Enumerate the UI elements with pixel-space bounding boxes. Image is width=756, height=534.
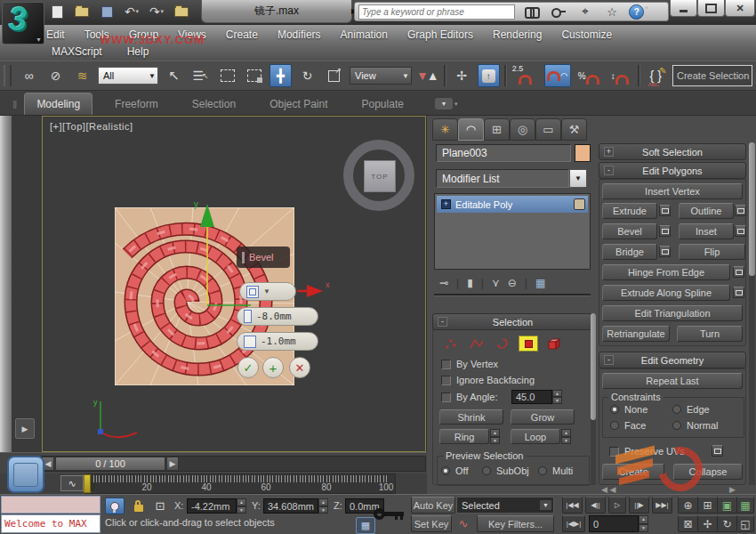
auto-key-button[interactable]: Auto Key [411, 497, 455, 514]
loop-button[interactable]: Loop [511, 429, 560, 444]
ribbon-tab-object-paint[interactable]: Object Paint [258, 93, 339, 115]
track-bar-ruler[interactable]: 0 20 40 60 80 100 [84, 473, 396, 494]
set-key-button[interactable]: Set Key [411, 515, 452, 532]
set-keys-key-icon[interactable] [374, 502, 409, 527]
play-button[interactable]: ▷ [608, 497, 626, 514]
viewport-layout-tab[interactable] [7, 456, 44, 493]
modifier-stack[interactable]: + Editable Poly [434, 193, 591, 270]
percent-snap-toggle-button[interactable]: % [575, 64, 602, 87]
menu-help[interactable]: Help [127, 45, 149, 58]
menu-modifiers[interactable]: Modifiers [277, 28, 321, 41]
ribbon-tab-selection[interactable]: Selection [181, 93, 247, 115]
y-coordinate-field[interactable]: 34.608mm [263, 498, 318, 514]
unlink-selection-button[interactable]: ⊘ [44, 64, 67, 87]
maxscript-mini-listener[interactable] [1, 496, 101, 514]
rollout-selection[interactable]: - Selection [432, 313, 593, 330]
pan-view-button[interactable]: ✢ [697, 515, 718, 532]
tab-create[interactable]: ✳ [432, 118, 458, 141]
maximize-viewport-toggle[interactable]: ◱ [736, 515, 754, 532]
by-vertex-checkbox[interactable]: By Vertex [441, 359, 498, 369]
redo-button[interactable]: ↷▾ [146, 3, 167, 20]
viewport-top[interactable]: [+][Top][Realistic] [42, 116, 426, 452]
select-and-scale-button[interactable]: ↗ [323, 64, 345, 87]
menu-maxscript[interactable]: MAXScript [52, 45, 102, 58]
use-pivot-center-button[interactable]: ▼▲ [416, 64, 439, 87]
ribbon-tab-modeling[interactable]: Modeling [24, 93, 92, 115]
viewcube-top-face[interactable]: TOP [364, 160, 396, 192]
create-selection-set-field[interactable]: Create Selection S [672, 65, 752, 86]
next-frame-arrow[interactable]: ▶ [166, 457, 179, 471]
grow-button[interactable]: Grow [511, 409, 575, 425]
flip-button[interactable]: Flip [679, 244, 745, 260]
menu-create[interactable]: Create [226, 28, 258, 41]
viewcube[interactable]: TOP [343, 140, 414, 211]
x-spinner[interactable]: ▲▼ [237, 498, 246, 514]
app-menu-button[interactable]: 3 ▼ [2, 2, 44, 44]
select-and-link-button[interactable]: ∞ [18, 64, 40, 87]
tab-modify[interactable]: ◠ [458, 118, 484, 141]
by-angle-value-field[interactable]: 45.0 [511, 390, 552, 404]
window-crossing-button[interactable] [243, 64, 265, 87]
subobject-border-button[interactable] [493, 336, 512, 352]
object-name-field[interactable]: Plane003 [436, 144, 571, 162]
bevel-type-control[interactable]: ▼ [239, 282, 296, 301]
turn-button[interactable]: Turn [677, 326, 743, 342]
bridge-button[interactable]: Bridge [602, 244, 657, 260]
keyboard-shortcut-override-button[interactable]: ↑ [478, 64, 500, 87]
current-frame-field[interactable]: 0 [589, 515, 639, 532]
key-mode-toggle-button[interactable]: |◀▶| [562, 515, 585, 532]
next-frame-button[interactable]: ||▶ [629, 497, 649, 514]
maxscript-listener-line[interactable]: Welcome to MAX [1, 514, 101, 533]
modifier-list-arrow-button[interactable]: ▼ [569, 169, 587, 188]
hinge-settings-button[interactable] [733, 266, 744, 278]
stack-onoff-lamp-icon[interactable] [574, 198, 585, 210]
select-and-move-button[interactable]: ╋ [269, 64, 292, 87]
help-button[interactable]: ?▾ [629, 4, 648, 20]
previous-frame-button[interactable]: ◀|| [585, 497, 606, 514]
key-filters-button[interactable]: Key Filters... [477, 515, 554, 532]
preview-subobj-radio[interactable]: SubObj [482, 465, 529, 476]
inset-settings-button[interactable] [735, 225, 746, 237]
inset-button[interactable]: Inset [679, 223, 734, 239]
outline-button[interactable]: Outline [679, 203, 734, 219]
select-and-rotate-button[interactable]: ↻ [296, 64, 318, 87]
docked-toolbar-gutter[interactable] [0, 116, 12, 494]
ribbon-grip[interactable]: ‖ [12, 98, 17, 111]
bevel-button[interactable]: Bevel [602, 223, 657, 239]
constraint-edge-radio[interactable]: Edge [672, 404, 710, 415]
menu-graph-editors[interactable]: Graph Editors [407, 28, 473, 41]
constraint-none-radio[interactable]: None [610, 404, 647, 415]
grid-toggle-button[interactable]: ▦ [356, 517, 375, 534]
subscription-key-icon[interactable] [549, 7, 568, 16]
communication-center-icon[interactable]: ⌖ [575, 4, 595, 19]
extrude-button[interactable]: Extrude [602, 203, 657, 219]
modifier-list-dropdown[interactable]: Modifier List [436, 169, 569, 188]
subobject-element-button[interactable] [544, 336, 564, 352]
expand-panel-arrow-button[interactable]: ▶ [15, 418, 35, 439]
close-button[interactable]: ✕ [725, 0, 755, 17]
favorites-star-icon[interactable]: ☆ [602, 5, 622, 19]
select-by-name-button[interactable]: ☰↖ [189, 64, 212, 87]
shrink-button[interactable]: Shrink [439, 409, 503, 425]
ribbon-tab-populate[interactable]: Populate [350, 93, 415, 115]
maximize-button[interactable] [697, 0, 725, 17]
time-slider-handle[interactable]: 0 / 100 [55, 457, 165, 471]
panel-scrollbar[interactable] [749, 142, 755, 485]
zoom-extents-button[interactable]: ▣ [717, 497, 737, 514]
zoom-extents-all-button[interactable]: ▦ [736, 497, 754, 514]
undo-button[interactable]: ↶▾ [121, 3, 142, 20]
project-toolbar-button[interactable] [171, 3, 192, 20]
rectangular-selection-region-button[interactable] [216, 64, 238, 87]
by-angle-spinner[interactable]: ▲▼ [552, 390, 562, 404]
preserve-uvs-settings-button[interactable] [712, 445, 723, 457]
ring-spinner[interactable]: ▲▼ [490, 429, 500, 444]
key-mode-dropdown[interactable]: Selected▼ [456, 497, 554, 514]
go-to-end-button[interactable]: ▶▶| [652, 497, 672, 514]
tab-utilities[interactable]: ⚒ [561, 118, 587, 141]
new-file-button[interactable] [46, 3, 68, 20]
show-end-result-button[interactable]: ▮ [467, 277, 473, 289]
select-and-manipulate-button[interactable]: ✢ [451, 64, 473, 87]
remove-modifier-button[interactable]: ⊖ [508, 277, 517, 289]
preview-multi-radio[interactable]: Multi [538, 465, 573, 476]
default-in-out-tangents-button[interactable]: ∿ [454, 517, 472, 531]
